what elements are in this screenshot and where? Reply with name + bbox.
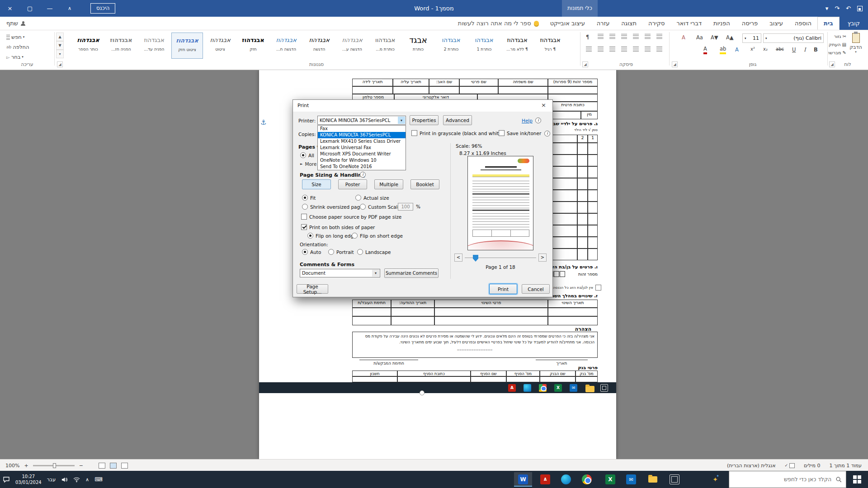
- strikethrough-button[interactable]: abc: [776, 47, 784, 52]
- clipboard-dialog-launcher[interactable]: ◢: [829, 61, 835, 67]
- landscape-radio[interactable]: [357, 249, 363, 255]
- prev-page-button[interactable]: <: [454, 253, 462, 262]
- tab-home[interactable]: בית: [817, 17, 840, 30]
- font-color-button[interactable]: A: [703, 46, 707, 54]
- taskbar-word-button[interactable]: W: [514, 472, 532, 487]
- start-button[interactable]: [846, 471, 868, 488]
- style-emphasis[interactable]: אבגדהוזהדגשה: [303, 33, 335, 59]
- view-read-mode-button[interactable]: [99, 463, 105, 469]
- tab-review[interactable]: סקירה: [642, 17, 670, 30]
- taskbar-chrome-button[interactable]: [578, 472, 596, 487]
- close-icon[interactable]: ×: [541, 102, 546, 108]
- find-button[interactable]: חפש▾: [6, 34, 24, 40]
- italic-button[interactable]: I: [804, 47, 806, 53]
- style-book-title[interactable]: אבגדהוזכותר הספר: [72, 33, 104, 59]
- show-hidden-icons-chevron[interactable]: ∧: [85, 477, 89, 483]
- page-setup-button[interactable]: Page Setup...: [297, 284, 328, 294]
- multilevel-list-button[interactable]: [633, 34, 639, 39]
- page-slider-thumb[interactable]: [473, 255, 478, 262]
- actual-size-radio[interactable]: [355, 195, 361, 201]
- font-name-combobox[interactable]: Calibri (גוף) ▾: [763, 33, 824, 43]
- advanced-button[interactable]: Advanced: [443, 115, 472, 125]
- poster-button[interactable]: Poster: [338, 179, 367, 189]
- share-button[interactable]: שתף: [0, 17, 32, 30]
- tab-design[interactable]: עיצוב: [764, 17, 789, 30]
- customize-qat-icon[interactable]: ▾: [826, 5, 829, 12]
- align-center-button[interactable]: [645, 47, 651, 52]
- highlight-button[interactable]: ab: [720, 46, 726, 54]
- word-titlebar[interactable]: × ▢ — ∧ היכנס מסמך1 - Word כלי תמונות ▾ …: [0, 0, 868, 17]
- align-left-button[interactable]: [633, 47, 639, 52]
- copy-button[interactable]: ▤העתק: [828, 42, 846, 47]
- portrait-radio[interactable]: [328, 249, 334, 255]
- more-options-row[interactable]: ► More: [300, 161, 316, 167]
- printer-option[interactable]: Fax: [318, 126, 406, 132]
- next-page-button[interactable]: >: [538, 253, 547, 262]
- auto-radio[interactable]: [302, 249, 308, 255]
- booklet-button[interactable]: Booklet: [410, 179, 439, 189]
- printer-option[interactable]: OneNote for Windows 10: [318, 157, 406, 164]
- style-subtle-emphasis[interactable]: אבגדהוזהדגשה ע...: [336, 33, 368, 59]
- styles-more-button[interactable]: ▾: [56, 50, 64, 58]
- tell-me-box[interactable]: ספר לי מה אתה רוצה לעשות: [453, 17, 544, 30]
- style-subtle-reference[interactable]: אבגדהוזהפניה עד...: [138, 33, 170, 59]
- align-right-button[interactable]: [656, 47, 662, 52]
- printer-combobox[interactable]: KONICA MINOLTA 367SeriesPCL ▾: [317, 116, 406, 125]
- redo-icon[interactable]: ↷: [835, 5, 840, 12]
- style-normal[interactable]: אבגדהוז¶ רגיל: [534, 33, 566, 59]
- style-nospacing[interactable]: אבגדהוז¶ ללא מר...: [501, 33, 533, 59]
- taskbar-excel-button[interactable]: X: [601, 472, 619, 487]
- bullets-button[interactable]: [656, 34, 662, 39]
- taskbar-mail-button[interactable]: ✉: [622, 472, 640, 487]
- format-painter-button[interactable]: ✎מברשת עיצוב: [828, 50, 846, 55]
- printer-option[interactable]: Lexmark MX410 Series Class Driver: [318, 138, 406, 145]
- printer-option[interactable]: Microsoft XPS Document Writer: [318, 151, 406, 157]
- line-spacing-button[interactable]: [609, 47, 615, 52]
- style-title[interactable]: אבגדכותרת: [402, 33, 434, 59]
- taskbar-search-box[interactable]: הקלד כאן כדי לחפש: [729, 471, 846, 488]
- style-intense-emphasis[interactable]: אבגדהוזהדגשה ח...: [270, 33, 302, 59]
- font-size-combobox[interactable]: 11 ▾: [742, 33, 761, 43]
- subscript-button[interactable]: x₂: [763, 47, 768, 52]
- saveink-checkbox[interactable]: [499, 130, 505, 136]
- chevron-down-icon[interactable]: ▾: [398, 117, 405, 124]
- numbering-button[interactable]: [645, 34, 651, 39]
- save-icon[interactable]: [857, 6, 863, 11]
- font-dialog-launcher[interactable]: ◢: [672, 61, 678, 67]
- print-button[interactable]: Print: [489, 284, 517, 294]
- cancel-button[interactable]: Cancel: [522, 284, 550, 294]
- no-income-checkbox[interactable]: [595, 285, 601, 291]
- help-info-icon[interactable]: i: [535, 117, 541, 123]
- text-effects-button[interactable]: A: [735, 47, 739, 53]
- undo-icon[interactable]: ↶: [846, 5, 851, 12]
- language-indicator[interactable]: אנגלית (ארצות הברית): [727, 463, 776, 469]
- zoom-slider-handle[interactable]: [53, 463, 56, 468]
- taskbar-edge-button[interactable]: [557, 472, 575, 487]
- tab-view[interactable]: תצוגה: [615, 17, 642, 30]
- outdent-button[interactable]: [621, 34, 627, 39]
- size-button[interactable]: Size: [302, 179, 331, 189]
- tab-format-object[interactable]: עיצוב אובייקט: [544, 17, 591, 30]
- touch-keyboard-icon[interactable]: ⌨: [94, 476, 102, 483]
- duplex-checkbox[interactable]: [301, 224, 307, 230]
- superscript-button[interactable]: x²: [750, 47, 755, 52]
- shrink-font-button[interactable]: A▼: [711, 34, 718, 41]
- tab-insert[interactable]: הוספה: [789, 17, 817, 30]
- zoom-slider[interactable]: [33, 465, 75, 466]
- print-dialog-titlebar[interactable]: Print ×: [293, 100, 552, 112]
- taskbar-cortana-button[interactable]: ✦: [706, 472, 724, 487]
- multiple-button[interactable]: Multiple: [374, 179, 403, 189]
- underline-button[interactable]: U: [792, 47, 796, 53]
- summarize-comments-button[interactable]: Summarize Comments: [384, 268, 439, 278]
- printer-option-selected[interactable]: KONICA MINOLTA 367SeriesPCL: [318, 132, 406, 138]
- tab-file[interactable]: קובץ: [840, 17, 868, 30]
- paper-source-checkbox[interactable]: [301, 214, 307, 220]
- justify-button[interactable]: [621, 47, 627, 52]
- zoom-level[interactable]: 100%: [5, 463, 19, 469]
- custom-scale-input[interactable]: 100: [398, 203, 413, 211]
- comments-combobox[interactable]: Document ▾: [300, 269, 380, 277]
- all-radio[interactable]: [300, 152, 306, 158]
- style-heading1[interactable]: אבגדהוכותרת 1: [468, 33, 500, 59]
- fit-radio[interactable]: [302, 195, 308, 201]
- ink-info-icon[interactable]: i: [544, 131, 550, 136]
